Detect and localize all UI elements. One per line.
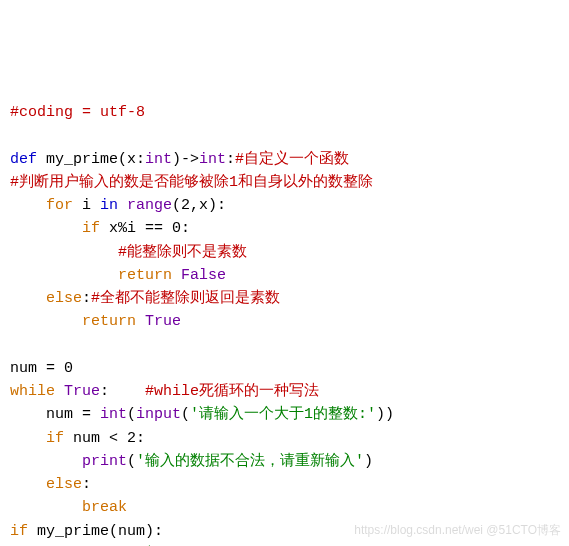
type-int: int — [199, 151, 226, 168]
builtin-input: input — [136, 406, 181, 423]
keyword-if: if — [10, 523, 28, 540]
keyword-else: else — [46, 476, 82, 493]
colon: : — [82, 476, 91, 493]
func-name: my_prime(x: — [37, 151, 145, 168]
call: my_prime(num): — [28, 523, 163, 540]
keyword-return: return — [118, 267, 172, 284]
string: '输入的数据不合法，请重新输入' — [136, 453, 364, 470]
indent — [10, 453, 82, 470]
paren: ) — [364, 453, 373, 470]
indent — [10, 220, 82, 237]
indent — [10, 313, 82, 330]
space — [55, 383, 64, 400]
colon: : — [100, 383, 145, 400]
watermark: https://blog.csdn.net/wei @51CTO博客 — [354, 521, 561, 540]
indent — [10, 406, 46, 423]
keyword-break: break — [82, 499, 127, 516]
comment: #判断用户输入的数是否能够被除1和自身以外的数整除 — [10, 174, 373, 191]
indent — [10, 476, 46, 493]
condition: x%i == 0: — [100, 220, 190, 237]
indent — [10, 267, 118, 284]
keyword-def: def — [10, 151, 37, 168]
comment: #自定义一个函数 — [235, 151, 349, 168]
comment: #全都不能整除则返回是素数 — [91, 290, 280, 307]
assign: num = — [46, 406, 100, 423]
builtin-print: print — [82, 453, 127, 470]
colon: : — [226, 151, 235, 168]
keyword-else: else — [46, 290, 82, 307]
indent — [10, 244, 118, 261]
keyword-if: if — [46, 430, 64, 447]
keyword-in: in — [100, 197, 118, 214]
paren: ( — [181, 406, 190, 423]
assign: num = 0 — [10, 360, 73, 377]
builtin-range: range — [127, 197, 172, 214]
type-int: int — [145, 151, 172, 168]
code-block: #coding = utf-8 def my_prime(x:int)->int… — [10, 101, 559, 546]
comment: #while死循环的一种写法 — [145, 383, 319, 400]
indent — [10, 197, 46, 214]
builtin-int: int — [100, 406, 127, 423]
keyword-for: for — [46, 197, 73, 214]
space — [118, 197, 127, 214]
paren: )) — [376, 406, 394, 423]
string: '请输入一个大于1的整数:' — [190, 406, 376, 423]
colon: : — [82, 290, 91, 307]
keyword-if: if — [82, 220, 100, 237]
keyword-return: return — [82, 313, 136, 330]
const-true: True — [145, 313, 181, 330]
comment: #coding = utf-8 — [10, 104, 145, 121]
indent — [10, 290, 46, 307]
paren: ( — [127, 453, 136, 470]
paren: ( — [127, 406, 136, 423]
indent — [10, 430, 46, 447]
args: (2,x): — [172, 197, 226, 214]
space — [172, 267, 181, 284]
const-false: False — [181, 267, 226, 284]
space — [136, 313, 145, 330]
arrow: )-> — [172, 151, 199, 168]
keyword-while: while — [10, 383, 55, 400]
var: i — [73, 197, 100, 214]
const-true: True — [64, 383, 100, 400]
condition: num < 2: — [64, 430, 145, 447]
indent — [10, 499, 82, 516]
comment: #能整除则不是素数 — [118, 244, 247, 261]
